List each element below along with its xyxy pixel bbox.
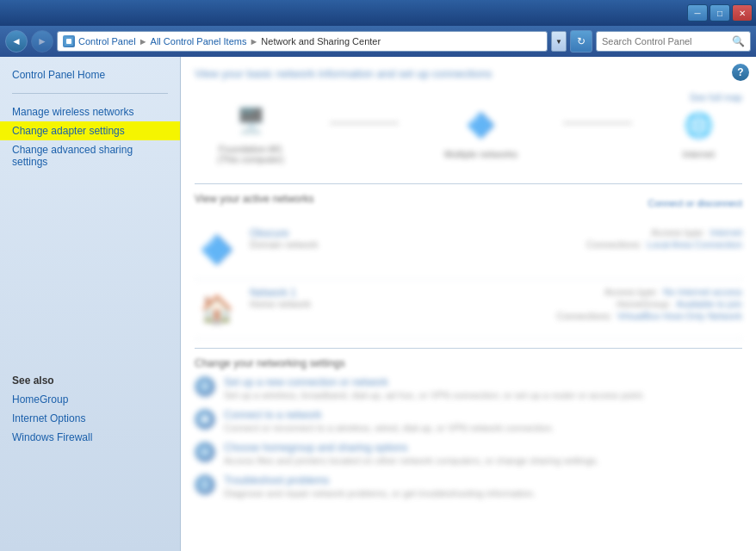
network-icon-network1: 🏠 <box>195 287 239 331</box>
connector-2 <box>563 122 632 124</box>
section-divider-2 <box>195 348 742 349</box>
maximize-button[interactable]: □ <box>710 4 730 22</box>
search-icon: 🔍 <box>732 35 745 47</box>
breadcrumb-all-items[interactable]: All Control Panel Items <box>151 36 247 46</box>
content-area: ? View your basic network information an… <box>181 57 756 551</box>
sidebar: Control Panel Home Manage wireless netwo… <box>0 57 181 551</box>
breadcrumb-control-panel[interactable]: Control Panel <box>78 36 136 46</box>
settings-icon-0 <box>195 376 215 397</box>
settings-icon-3 <box>195 474 215 495</box>
breadcrumb-network-sharing: Network and Sharing Center <box>261 36 381 46</box>
sidebar-change-adapter[interactable]: Change adapter settings <box>0 121 180 140</box>
settings-desc-1: Connect or reconnect to a wireless, wire… <box>224 423 742 433</box>
network-name-obscure[interactable]: Obscure <box>250 227 576 239</box>
breadcrumb-sep-1: ► <box>139 36 148 46</box>
settings-icon-1 <box>195 409 215 430</box>
access-type-row-obscure: Access type: Internet <box>586 227 742 238</box>
full-map-link[interactable]: See full map <box>690 92 742 102</box>
connector-line-1 <box>330 122 399 124</box>
network-details-obscure: Access type: Internet Connections: Local… <box>586 227 742 251</box>
connections-row-network1: Connections: VirtualBox Host-Only Networ… <box>556 311 742 321</box>
sidebar-internet-options[interactable]: Internet Options <box>0 409 180 428</box>
search-bar[interactable]: 🔍 <box>596 31 751 52</box>
sidebar-windows-firewall[interactable]: Windows Firewall <box>0 428 180 447</box>
network-icon-obscure: 🔷 <box>195 227 239 272</box>
breadcrumb-bar: Control Panel ► All Control Panel Items … <box>57 31 548 52</box>
settings-content-3: Troubleshoot problems Diagnose and repai… <box>224 474 742 498</box>
settings-title-1[interactable]: Connect to a network <box>224 409 742 421</box>
settings-item-2: Choose homegroup and sharing options Acc… <box>195 442 742 466</box>
access-type-value-obscure: Internet <box>710 227 742 238</box>
connections-value-obscure[interactable]: Local Area Connection <box>647 239 742 250</box>
network-node-multiple: 🔷 Multiple networks <box>444 104 517 159</box>
connections-label-obscure: Connections: <box>586 239 641 250</box>
connector-line-2 <box>563 122 632 124</box>
sidebar-manage-wireless[interactable]: Manage wireless networks <box>0 102 180 121</box>
back-button[interactable]: ◄ <box>5 30 28 53</box>
settings-item-3: Troubleshoot problems Diagnose and repai… <box>195 474 742 498</box>
internet-icon: 🌐 <box>678 104 719 145</box>
close-button[interactable]: ✕ <box>732 4 753 22</box>
sidebar-homegroup[interactable]: HomeGroup <box>0 390 180 409</box>
homegroup-label-network1: HomeGroup: <box>617 299 671 309</box>
see-also-title: See also <box>0 361 180 390</box>
forward-button[interactable]: ► <box>31 30 53 53</box>
network-item-info-obscure: Obscure Domain network <box>250 227 576 250</box>
network-diagram: See full map 🖥️ Foundation-M1(This compu… <box>195 92 742 171</box>
access-type-label-network1: Access type: <box>604 287 658 297</box>
homegroup-value-network1[interactable]: Available to join <box>676 299 742 309</box>
svg-rect-4 <box>201 418 208 422</box>
breadcrumb-sep-2: ► <box>249 36 258 46</box>
refresh-button[interactable]: ↻ <box>570 30 592 53</box>
sidebar-control-panel-home[interactable]: Control Panel Home <box>0 65 180 84</box>
network-item-obscure: 🔷 Obscure Domain network Access type: In… <box>195 220 742 280</box>
change-networking-title: Change your networking settings <box>195 357 742 369</box>
network-node-computer: 🖥️ Foundation-M1(This computer) <box>218 99 284 164</box>
breadcrumb-icon <box>63 35 75 47</box>
settings-icon-2 <box>195 442 215 462</box>
access-type-value-network1: No Internet access <box>663 287 742 297</box>
settings-content-0: Set up a new connection or network Set u… <box>224 376 742 400</box>
search-input[interactable] <box>602 36 732 46</box>
network-item-info-network1: Network 1 Home network <box>250 287 546 309</box>
minimize-button[interactable]: ─ <box>687 4 708 22</box>
sidebar-divider-1 <box>12 93 168 94</box>
computer-icon: 🖥️ <box>230 99 271 140</box>
settings-title-2[interactable]: Choose homegroup and sharing options <box>224 442 742 454</box>
connect-disconnect-link[interactable]: Connect or disconnect <box>648 198 742 208</box>
connections-value-network1[interactable]: VirtualBox Host-Only Network <box>617 311 742 321</box>
network-type-obscure: Domain network <box>250 239 576 250</box>
multiple-networks-label: Multiple networks <box>444 149 517 159</box>
view-networks-label: View your active networks <box>195 193 314 205</box>
computer-label: Foundation-M1(This computer) <box>218 144 284 164</box>
connector-1 <box>330 122 399 124</box>
settings-desc-2: Access files and printers located on oth… <box>224 455 742 466</box>
svg-rect-1 <box>66 39 71 44</box>
network-type-network1: Home network <box>250 299 546 309</box>
settings-desc-0: Set up a wireless, broadband, dial-up, a… <box>224 390 742 400</box>
settings-item-0: Set up a new connection or network Set u… <box>195 376 742 400</box>
breadcrumb-dropdown-button[interactable]: ▼ <box>551 31 567 52</box>
network-name-network1[interactable]: Network 1 <box>250 287 546 299</box>
network-node-internet: 🌐 Internet <box>678 104 719 159</box>
title-bar-buttons: ─ □ ✕ <box>687 4 753 22</box>
access-type-row-network1: Access type: No Internet access <box>556 287 742 297</box>
settings-title-0[interactable]: Set up a new connection or network <box>224 376 742 388</box>
settings-content-2: Choose homegroup and sharing options Acc… <box>224 442 742 466</box>
network-details-network1: Access type: No Internet access HomeGrou… <box>556 287 742 323</box>
internet-label: Internet <box>683 149 715 159</box>
homegroup-row-network1: HomeGroup: Available to join <box>556 299 742 309</box>
settings-item-1: Connect to a network Connect or reconnec… <box>195 409 742 433</box>
settings-desc-3: Diagnose and repair network problems, or… <box>224 488 742 498</box>
sidebar-change-advanced[interactable]: Change advanced sharing settings <box>0 140 180 171</box>
multiple-networks-icon: 🔷 <box>460 104 501 145</box>
main-container: Control Panel Home Manage wireless netwo… <box>0 57 756 551</box>
settings-title-3[interactable]: Troubleshoot problems <box>224 474 742 486</box>
address-bar: ◄ ► Control Panel ► All Control Panel It… <box>0 26 756 57</box>
page-title: View your basic network information and … <box>195 67 742 80</box>
connections-row-obscure: Connections: Local Area Connection <box>586 239 742 250</box>
section-divider-1 <box>195 183 742 184</box>
access-type-label-obscure: Access type: <box>651 227 704 238</box>
connections-label-network1: Connections: <box>556 311 611 321</box>
settings-content-1: Connect to a network Connect or reconnec… <box>224 409 742 433</box>
